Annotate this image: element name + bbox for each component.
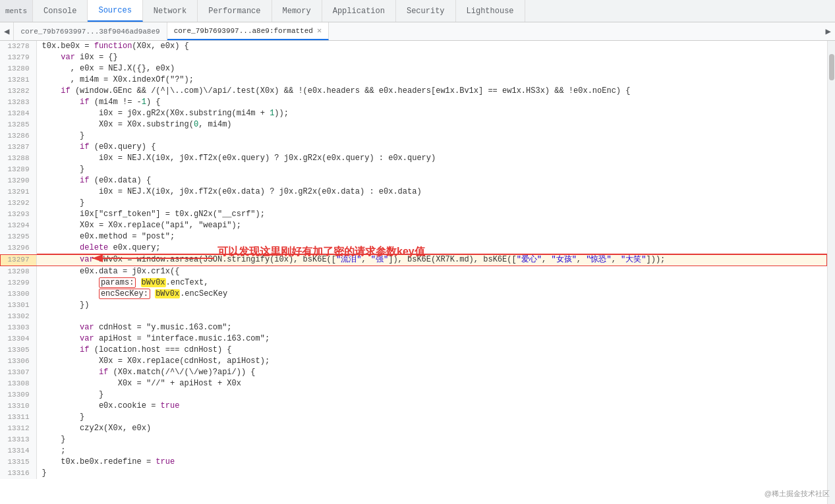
line-num-13295: 13295 [0, 231, 36, 242]
bwv0x-enc-sec-key: bWv0x [155, 289, 180, 298]
line-num-13311: 13311 [0, 412, 36, 423]
file-tab-next[interactable]: ▶ [822, 22, 835, 40]
tab-label-ments: ments [5, 7, 27, 15]
tab-label-performance: Performance [208, 7, 260, 16]
file-tab-label-0: core_79b7693997...38f9046ad9a8e9 [20, 28, 159, 36]
file-tab-label-1: core_79b7693997...a8e9:formatted [174, 27, 313, 35]
line-code-13297: var bWv0x = window.asrsea(JSON.stringify… [36, 254, 827, 266]
line-num-13307: 13307 [0, 367, 36, 378]
line-num-13300: 13300 [0, 289, 36, 300]
line-code-13290: if (e0x.data) { [36, 175, 827, 186]
tab-label-application: Application [333, 7, 385, 16]
line-code-13280: , e0x = NEJ.X({}, e0x) [36, 63, 827, 74]
line-num-13316: 13316 [0, 468, 36, 479]
line-code-13303: var cdnHost = "y.music.163.com"; [36, 322, 827, 333]
tab-item-network[interactable]: Network [143, 0, 198, 22]
line-num-13313: 13313 [0, 434, 36, 445]
line-code-13301: }) [36, 300, 827, 311]
line-code-13311: } [36, 412, 827, 423]
tab-item-console[interactable]: Console [33, 0, 88, 22]
line-code-13294: X0x = X0x.replace("api", "weapi"); [36, 220, 827, 231]
tab-item-lighthouse[interactable]: Lighthouse [456, 0, 525, 22]
line-code-13296: delete e0x.query; [36, 242, 827, 254]
line-num-13286: 13286 [0, 130, 36, 142]
line-code-13287: if (e0x.query) { [36, 142, 827, 153]
line-num-13278: 13278 [0, 41, 36, 52]
line-code-13316: } [36, 468, 827, 479]
line-num-13301: 13301 [0, 300, 36, 311]
line-code-13281: , mi4m = X0x.indexOf("?"); [36, 74, 827, 86]
watermark: @稀土掘金技术社区 [764, 489, 830, 499]
line-num-13314: 13314 [0, 445, 36, 457]
code-table: 13278t0x.be0x = function(X0x, e0x) {1327… [0, 41, 827, 479]
line-code-13283: if (mi4m != -1) { [36, 97, 827, 108]
tab-bar: ments Console Sources Network Performanc… [0, 0, 835, 22]
tab-item-performance[interactable]: Performance [198, 0, 272, 22]
line-num-13281: 13281 [0, 74, 36, 86]
line-num-13299: 13299 [0, 277, 36, 289]
line-code-13302 [36, 311, 827, 322]
line-num-13310: 13310 [0, 401, 36, 412]
line-code-13278: t0x.be0x = function(X0x, e0x) { [36, 41, 827, 52]
line-num-13308: 13308 [0, 378, 36, 389]
params-highlight: params: [99, 277, 136, 288]
tab-label-security: Security [407, 7, 445, 16]
tab-label-console: Console [43, 7, 76, 16]
tab-item-application[interactable]: Application [322, 0, 396, 22]
file-tab-prev[interactable]: ◀ [0, 22, 14, 40]
line-num-13303: 13303 [0, 322, 36, 333]
line-code-13309: } [36, 389, 827, 401]
line-num-13282: 13282 [0, 86, 36, 97]
line-num-13302: 13302 [0, 311, 36, 322]
line-code-13279: var i0x = {} [36, 52, 827, 63]
line-num-13294: 13294 [0, 220, 36, 231]
tab-label-network: Network [154, 7, 187, 16]
line-code-13312: czy2x(X0x, e0x) [36, 423, 827, 434]
scrollbar-thumb[interactable] [829, 54, 834, 80]
file-tab-0[interactable]: core_79b7693997...38f9046ad9a8e9 [14, 22, 167, 40]
tab-label-lighthouse: Lighthouse [467, 7, 514, 16]
line-num-13296: 13296 [0, 242, 36, 254]
line-num-13306: 13306 [0, 356, 36, 367]
line-code-13314: ; [36, 445, 827, 457]
bwv0x-enc-text: bWv0x [141, 278, 166, 287]
scrollbar[interactable] [827, 41, 835, 504]
line-code-13315: t0x.be0x.redefine = true [36, 457, 827, 468]
line-code-13307: if (X0x.match(/^\/(\/we)?api/)) { [36, 367, 827, 378]
line-code-13305: if (location.host === cdnHost) { [36, 345, 827, 356]
line-num-13312: 13312 [0, 423, 36, 434]
line-code-13284: i0x = j0x.gR2x(X0x.substring(mi4m + 1)); [36, 108, 827, 119]
line-code-13282: if (window.GEnc && /(^|\..com)\/api/.tes… [36, 86, 827, 97]
line-num-13291: 13291 [0, 186, 36, 198]
watermark-text: @稀土掘金技术社区 [764, 490, 830, 497]
enc-sec-key-highlight: encSecKey: [99, 289, 150, 299]
file-tab-bar: ◀ core_79b7693997...38f9046ad9a8e9 core_… [0, 22, 835, 41]
file-tab-1[interactable]: core_79b7693997...a8e9:formatted ✕ [167, 22, 329, 40]
tab-item-ments[interactable]: ments [0, 0, 33, 22]
line-code-13285: X0x = X0x.substring(0, mi4m) [36, 119, 827, 130]
line-num-13279: 13279 [0, 52, 36, 63]
tab-item-memory[interactable]: Memory [272, 0, 322, 22]
line-code-13308: X0x = "//" + apiHost + X0x [36, 378, 827, 389]
tab-item-security[interactable]: Security [396, 0, 456, 22]
line-code-13304: var apiHost = "interface.music.163.com"; [36, 333, 827, 345]
code-area: 13278t0x.be0x = function(X0x, e0x) {1327… [0, 41, 835, 504]
line-num-13315: 13315 [0, 457, 36, 468]
line-num-13287: 13287 [0, 142, 36, 153]
tab-item-sources[interactable]: Sources [88, 0, 142, 22]
line-num-13305: 13305 [0, 345, 36, 356]
line-num-13293: 13293 [0, 209, 36, 220]
line-num-13289: 13289 [0, 164, 36, 175]
line-code-13306: X0x = X0x.replace(cdnHost, apiHost); [36, 356, 827, 367]
line-num-13284: 13284 [0, 108, 36, 119]
line-num-13280: 13280 [0, 63, 36, 74]
line-num-13283: 13283 [0, 97, 36, 108]
line-code-13299: params: bWv0x.encText, [36, 277, 827, 289]
line-code-13293: i0x["csrf_token"] = t0x.gN2x("__csrf"); [36, 209, 827, 220]
line-code-13298: e0x.data = j0x.cr1x({ [36, 266, 827, 278]
line-code-13292: } [36, 198, 827, 209]
file-tab-close-1[interactable]: ✕ [317, 26, 322, 36]
line-num-13297: 13297 [0, 254, 36, 266]
line-code-13295: e0x.method = "post"; [36, 231, 827, 242]
tab-label-sources: Sources [98, 6, 131, 15]
